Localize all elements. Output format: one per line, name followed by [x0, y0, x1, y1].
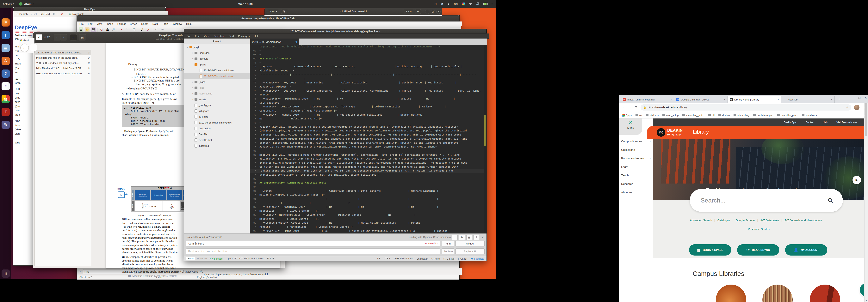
- browser-tab[interactable]: New Tab✕: [781, 96, 835, 103]
- calc-titlebar[interactable]: vis-tool-comparison.ods - LibreOffice Ca…: [77, 15, 459, 22]
- find-all-button[interactable]: Find All: [456, 241, 485, 246]
- tree-item[interactable]: 2019-06-26-bidaml.markdown: [184, 120, 250, 126]
- menu-item[interactable]: Help: [254, 35, 259, 38]
- bookmark-folder[interactable]: os: [636, 114, 642, 116]
- quick-link[interactable]: Catalogue: [717, 219, 730, 222]
- menu-item[interactable]: Window: [173, 23, 182, 25]
- find-button[interactable]: Find: [442, 241, 454, 246]
- tree-item[interactable]: ⌄_posts: [184, 62, 250, 67]
- new-document-icon[interactable]: ▤: [79, 27, 83, 32]
- dock-icon-chrome[interactable]: ◍: [2, 95, 10, 103]
- dock-icon-firefox[interactable]: F: [2, 19, 10, 27]
- redo-icon[interactable]: ↷: [160, 27, 165, 32]
- chat-now-button[interactable]: 💬CHAT NOW!: [860, 283, 865, 297]
- hamburger-menu-icon[interactable]: ≡: [415, 9, 421, 14]
- menu-item[interactable]: Format: [117, 23, 126, 25]
- github-button[interactable]: ◯ GitHub: [443, 257, 454, 260]
- minimize-button[interactable]: –: [852, 96, 854, 99]
- linter-file-count[interactable]: File 0: [186, 257, 195, 260]
- regex-toggle[interactable]: .*: [452, 235, 458, 240]
- replace-button[interactable]: Replace: [442, 248, 454, 254]
- line-ending-indicator[interactable]: LF: [377, 257, 380, 260]
- export-pdf-icon[interactable]: ⧉: [99, 27, 104, 32]
- menu-item[interactable]: Find: [229, 35, 234, 38]
- reload-icon[interactable]: ⟳: [635, 105, 638, 109]
- tree-item[interactable]: favicon.ico: [184, 126, 250, 131]
- dock-icon-help[interactable]: ?: [2, 69, 10, 78]
- tray-caret-icon[interactable]: ▾: [492, 3, 493, 5]
- quick-link[interactable]: A-Z Databases: [760, 219, 779, 222]
- menu-toggle[interactable]: ✕ Menu: [619, 119, 642, 135]
- save-button[interactable]: Save: [404, 9, 413, 14]
- copy-icon[interactable]: ⿻: [126, 27, 130, 32]
- close-tab-icon[interactable]: ✕: [831, 98, 833, 101]
- tree-item[interactable]: 404.html: [184, 114, 250, 120]
- minimize-button[interactable]: –: [425, 10, 429, 14]
- new-tab-button[interactable]: +: [838, 97, 840, 101]
- scroll-down-arrow[interactable]: ▼: [865, 300, 868, 302]
- menu-item[interactable]: Help: [186, 23, 192, 25]
- close-tab-icon[interactable]: ✕: [724, 98, 725, 101]
- editor-scrollbar[interactable]: [484, 45, 487, 233]
- gedit-titlebar[interactable]: Open ▾ ⎘ *Untitled Document 1 Save ≡ –◻✕: [265, 8, 442, 15]
- deakinsync-button[interactable]: ⟳DEAKINSYNC: [737, 244, 779, 256]
- apps-shortcut[interactable]: Apps: [622, 114, 631, 116]
- clear-formatting-icon[interactable]: A̶: [146, 27, 151, 32]
- back-icon[interactable]: ←: [622, 105, 626, 109]
- site-name[interactable]: Library: [693, 129, 709, 135]
- menu-item[interactable]: View: [97, 23, 102, 25]
- replace-input[interactable]: Replace in current buffer: [186, 248, 440, 254]
- utility-link[interactable]: Help: [823, 121, 828, 124]
- back-button[interactable]: ←: [20, 43, 29, 52]
- close-button[interactable]: ✕: [436, 10, 441, 14]
- grammar-indicator[interactable]: GitHub Markdown: [394, 257, 413, 260]
- menu-item[interactable]: Insert: [106, 23, 113, 25]
- find-replace-icon[interactable]: 🔍: [200, 270, 203, 273]
- print-preview-icon[interactable]: 🔎: [112, 27, 116, 32]
- dock-icon-apps-grid[interactable]: ⠿: [2, 269, 10, 278]
- dock-icon-files-a[interactable]: A: [2, 57, 10, 65]
- bookmark-folder[interactable]: executing_not...: [682, 114, 704, 116]
- clone-formatting-icon[interactable]: 🖌: [140, 27, 144, 32]
- app-menu[interactable]: Atom: [24, 2, 31, 6]
- case-toggle[interactable]: Aa: [459, 235, 465, 240]
- tree-item[interactable]: ›_sass: [184, 79, 250, 85]
- bookmark-folder[interactable]: workflows: [802, 114, 817, 116]
- previous-page-button[interactable]: ‹: [54, 34, 60, 40]
- dock-icon-zotero[interactable]: Z: [2, 108, 10, 116]
- dock-icon-slack[interactable]: #: [2, 82, 10, 91]
- tree-item[interactable]: ›_layouts: [184, 56, 250, 62]
- quick-link[interactable]: Google Scholar: [736, 219, 755, 222]
- bookmark-folder[interactable]: publictransport: [753, 114, 773, 116]
- menu-item[interactable]: Data: [153, 23, 158, 25]
- search-icon[interactable]: ⚲: [826, 196, 835, 205]
- close-tab-icon[interactable]: ✕: [670, 98, 672, 101]
- dock-icon-libreoffice[interactable]: ≣: [2, 44, 10, 52]
- utility-link[interactable]: Visit Deakin home: [836, 121, 857, 124]
- tree-item[interactable]: ⌄jekyll: [184, 44, 250, 50]
- replace-all-button[interactable]: Replace All: [456, 248, 485, 254]
- nav-item[interactable]: Teach: [619, 171, 653, 180]
- search-result-row[interactable]: the z data that falls in the same grou…3: [35, 55, 91, 60]
- language-indicator[interactable]: English (Australia): [197, 276, 217, 278]
- editor-tab[interactable]: 2019-07-05-vis.markdown: [250, 38, 299, 45]
- bookmark-star-icon[interactable]: ☆: [846, 105, 848, 109]
- menu-item[interactable]: File: [80, 23, 84, 25]
- note-icon[interactable]: 🗒: [434, 2, 437, 6]
- menu-item[interactable]: Edit: [195, 35, 199, 38]
- paste-icon[interactable]: 📋: [132, 27, 136, 32]
- tree-item[interactable]: Gemfile.lock: [184, 137, 250, 143]
- padlock-icon[interactable]: 🔒: [643, 106, 646, 109]
- bookmark-folder[interactable]: skillsets: [646, 114, 658, 116]
- tree-item[interactable]: ›_includes: [184, 50, 250, 56]
- tree-item[interactable]: .gitignore: [184, 108, 250, 114]
- link-button[interactable]: ⤵Link: [30, 12, 38, 15]
- campus-photo[interactable]: [716, 284, 746, 302]
- tree-item[interactable]: 2019-06-17-avs.markdown: [184, 67, 250, 73]
- search-result-row[interactable]: Y ▦ , z ▦ , or does not sort any colu…3: [35, 60, 91, 66]
- tree-item[interactable]: _config.yml: [184, 102, 250, 108]
- find-input[interactable]: consistent no results: [186, 241, 440, 246]
- match-case-checkbox[interactable]: Match Case: [181, 270, 198, 273]
- forward-icon[interactable]: →: [628, 105, 632, 109]
- search-result-row[interactable]: GHz Intel Core i5 CPU, running OS X Ve…9: [35, 71, 91, 76]
